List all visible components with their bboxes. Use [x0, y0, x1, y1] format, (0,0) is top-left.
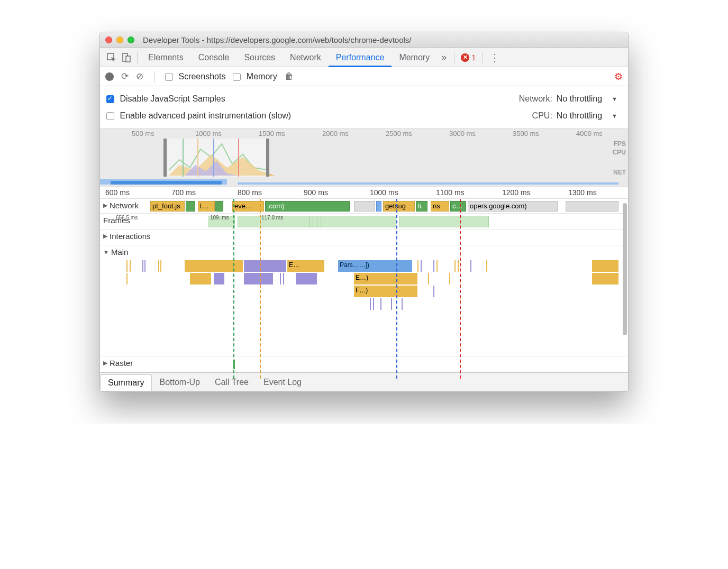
main-track-label: Main: [103, 247, 128, 256]
net-request[interactable]: getsug: [383, 201, 415, 212]
checkbox-icon: [165, 73, 173, 81]
error-icon: ✕: [461, 53, 469, 62]
flame-parse[interactable]: Pars……]): [338, 260, 412, 272]
net-request[interactable]: opers.google.com): [468, 201, 558, 212]
frame-time: 117.0 ms: [261, 215, 283, 221]
tab-elements[interactable]: Elements: [141, 48, 191, 67]
tab-network[interactable]: Network: [283, 48, 329, 67]
settings-gear-icon[interactable]: ⚙: [614, 71, 623, 82]
inspect-icon[interactable]: [104, 50, 119, 65]
network-track-label: Network: [103, 201, 139, 210]
more-tabs-icon[interactable]: »: [437, 52, 451, 63]
main-track[interactable]: Main E… Pars……]): [100, 245, 628, 356]
trash-icon[interactable]: 🗑: [285, 71, 294, 82]
overview-selection[interactable]: [163, 139, 269, 177]
tab-summary[interactable]: Summary: [100, 374, 152, 391]
error-count[interactable]: ✕ 1: [458, 53, 479, 62]
divider: [483, 52, 483, 63]
net-request[interactable]: l…: [198, 201, 215, 212]
screenshots-checkbox[interactable]: Screenshots: [165, 72, 225, 81]
advanced-paint-checkbox[interactable]: Enable advanced paint instrumentation (s…: [106, 111, 291, 121]
memory-checkbox[interactable]: Memory: [233, 72, 277, 81]
checkbox-icon: [106, 95, 114, 103]
close-icon[interactable]: [105, 36, 112, 43]
svg-rect-2: [126, 56, 130, 62]
zoom-icon[interactable]: [128, 36, 134, 43]
net-request[interactable]: ns: [431, 201, 449, 212]
tab-performance[interactable]: Performance: [329, 48, 392, 67]
net-request[interactable]: .com): [265, 201, 350, 212]
checkbox-icon: [233, 73, 241, 81]
overview-body: FPS CPU NET: [100, 139, 628, 177]
net-request[interactable]: [186, 201, 195, 212]
checkbox-icon: [106, 112, 114, 120]
cpu-throttle-select[interactable]: No throttling ▼: [557, 111, 622, 121]
net-request[interactable]: c…: [450, 201, 466, 212]
overview-track-labels: FPS CPU NET: [613, 140, 626, 177]
net-request[interactable]: eve…: [232, 201, 264, 212]
frame[interactable]: [399, 216, 489, 227]
cpu-throttle-label: CPU:: [532, 111, 552, 121]
clear-icon[interactable]: ⊘: [136, 71, 143, 82]
capture-settings: Disable JavaScript Samples Network: No t…: [100, 86, 628, 129]
network-throttle-select[interactable]: No throttling ▼: [557, 94, 622, 104]
overview-ruler: 500 ms 1000 ms 1500 ms 2000 ms 2500 ms 3…: [100, 129, 628, 139]
flamechart-panel: 600 ms 700 ms 800 ms 900 ms 1000 ms 1100…: [100, 187, 628, 372]
tab-bottom-up[interactable]: Bottom-Up: [152, 374, 207, 390]
network-track[interactable]: Network pt_foot.js l… eve… .com) getsug …: [100, 199, 628, 214]
performance-toolbar: ⟳ ⊘ Screenshots Memory 🗑 ⚙: [100, 67, 628, 86]
raster-track[interactable]: Raster: [100, 356, 628, 372]
menu-icon[interactable]: ⋮: [486, 51, 503, 64]
tab-memory[interactable]: Memory: [392, 48, 437, 67]
interactions-track-label: Interactions: [103, 232, 151, 241]
flame-func[interactable]: F…): [354, 286, 417, 297]
tab-console[interactable]: Console: [191, 48, 237, 67]
flame-event[interactable]: E…: [287, 260, 324, 272]
net-request[interactable]: [566, 201, 618, 212]
frame[interactable]: [309, 216, 313, 227]
flame-event[interactable]: E…): [354, 273, 417, 284]
overview-timeline[interactable]: 500 ms 1000 ms 1500 ms 2000 ms 2500 ms 3…: [100, 129, 628, 187]
frame[interactable]: [317, 216, 321, 227]
disable-js-checkbox[interactable]: Disable JavaScript Samples: [106, 94, 225, 104]
tab-call-tree[interactable]: Call Tree: [207, 374, 256, 390]
net-request[interactable]: [354, 201, 375, 212]
divider: [154, 71, 154, 82]
net-request[interactable]: li.: [416, 201, 427, 212]
divider: [137, 52, 138, 63]
net-request[interactable]: pt_foot.js: [150, 201, 185, 212]
net-request[interactable]: [215, 201, 223, 212]
chevron-down-icon: ▼: [612, 113, 617, 119]
tab-sources[interactable]: Sources: [236, 48, 283, 67]
divider: [454, 52, 454, 63]
panel-tabs: Elements Console Sources Network Perform…: [100, 48, 628, 67]
frame-time: 109. ms: [210, 215, 229, 221]
net-request[interactable]: [376, 201, 381, 212]
minimize-icon[interactable]: [116, 36, 123, 43]
device-toggle-icon[interactable]: [119, 50, 134, 65]
zoom-ruler: 600 ms 700 ms 800 ms 900 ms 1000 ms 1100…: [100, 187, 628, 199]
frames-track-label: Frames: [103, 216, 130, 225]
devtools-window: Developer Tools - https://developers.goo…: [99, 32, 629, 392]
record-button[interactable]: [105, 72, 114, 81]
network-throttle-label: Network:: [519, 94, 552, 104]
chevron-down-icon: ▼: [612, 96, 617, 102]
tab-event-log[interactable]: Event Log: [256, 374, 309, 390]
overview-net-strip: [100, 178, 628, 187]
raster-track-label: Raster: [103, 359, 133, 368]
scrollbar[interactable]: [623, 203, 627, 335]
traffic-lights: [105, 36, 134, 43]
details-tabs: Summary Bottom-Up Call Tree Event Log: [100, 372, 628, 391]
window-title: Developer Tools - https://developers.goo…: [143, 35, 412, 44]
frames-track[interactable]: Frames 656.5 ms 109. ms 117.0 ms: [100, 214, 628, 230]
error-number: 1: [471, 53, 476, 62]
reload-icon[interactable]: ⟳: [121, 71, 129, 82]
titlebar: Developer Tools - https://developers.goo…: [100, 32, 628, 48]
interactions-track[interactable]: Interactions: [100, 230, 628, 245]
